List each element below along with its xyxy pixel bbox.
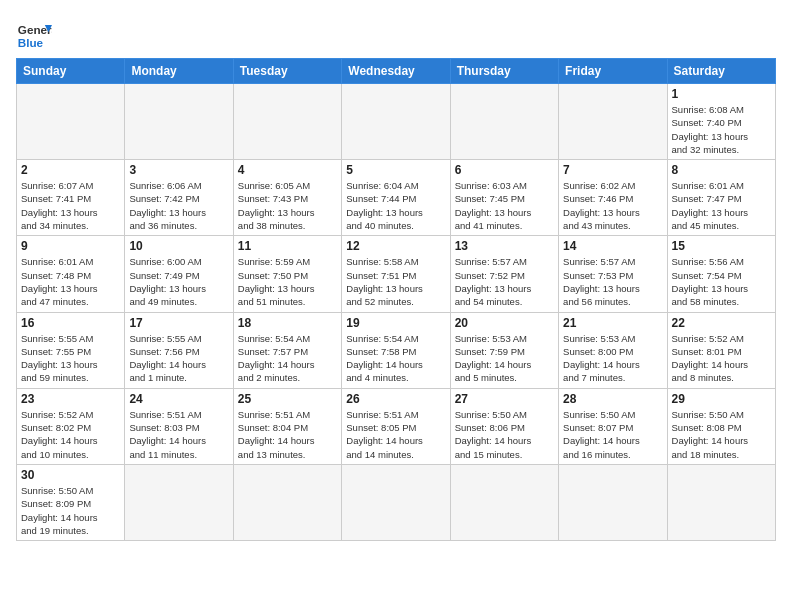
calendar-cell: 27Sunrise: 5:50 AM Sunset: 8:06 PM Dayli… xyxy=(450,388,558,464)
day-info: Sunrise: 5:50 AM Sunset: 8:06 PM Dayligh… xyxy=(455,408,554,461)
calendar-cell: 30Sunrise: 5:50 AM Sunset: 8:09 PM Dayli… xyxy=(17,464,125,540)
calendar-cell: 9Sunrise: 6:01 AM Sunset: 7:48 PM Daylig… xyxy=(17,236,125,312)
calendar-cell: 1Sunrise: 6:08 AM Sunset: 7:40 PM Daylig… xyxy=(667,84,775,160)
day-number: 20 xyxy=(455,316,554,330)
calendar-cell xyxy=(450,84,558,160)
day-info: Sunrise: 5:51 AM Sunset: 8:04 PM Dayligh… xyxy=(238,408,337,461)
day-info: Sunrise: 5:51 AM Sunset: 8:03 PM Dayligh… xyxy=(129,408,228,461)
calendar-cell: 20Sunrise: 5:53 AM Sunset: 7:59 PM Dayli… xyxy=(450,312,558,388)
day-number: 30 xyxy=(21,468,120,482)
day-number: 24 xyxy=(129,392,228,406)
week-row-6: 30Sunrise: 5:50 AM Sunset: 8:09 PM Dayli… xyxy=(17,464,776,540)
day-info: Sunrise: 5:50 AM Sunset: 8:09 PM Dayligh… xyxy=(21,484,120,537)
calendar-cell: 4Sunrise: 6:05 AM Sunset: 7:43 PM Daylig… xyxy=(233,160,341,236)
calendar-cell: 18Sunrise: 5:54 AM Sunset: 7:57 PM Dayli… xyxy=(233,312,341,388)
calendar-cell: 17Sunrise: 5:55 AM Sunset: 7:56 PM Dayli… xyxy=(125,312,233,388)
calendar-cell xyxy=(667,464,775,540)
calendar-cell xyxy=(125,84,233,160)
day-info: Sunrise: 5:58 AM Sunset: 7:51 PM Dayligh… xyxy=(346,255,445,308)
day-number: 3 xyxy=(129,163,228,177)
day-number: 27 xyxy=(455,392,554,406)
day-number: 7 xyxy=(563,163,662,177)
calendar-cell xyxy=(450,464,558,540)
week-row-1: 1Sunrise: 6:08 AM Sunset: 7:40 PM Daylig… xyxy=(17,84,776,160)
week-row-2: 2Sunrise: 6:07 AM Sunset: 7:41 PM Daylig… xyxy=(17,160,776,236)
day-number: 19 xyxy=(346,316,445,330)
calendar-cell: 13Sunrise: 5:57 AM Sunset: 7:52 PM Dayli… xyxy=(450,236,558,312)
weekday-header-thursday: Thursday xyxy=(450,59,558,84)
day-info: Sunrise: 6:05 AM Sunset: 7:43 PM Dayligh… xyxy=(238,179,337,232)
calendar-cell xyxy=(233,464,341,540)
day-info: Sunrise: 6:06 AM Sunset: 7:42 PM Dayligh… xyxy=(129,179,228,232)
calendar: SundayMondayTuesdayWednesdayThursdayFrid… xyxy=(16,58,776,541)
day-info: Sunrise: 5:59 AM Sunset: 7:50 PM Dayligh… xyxy=(238,255,337,308)
day-number: 23 xyxy=(21,392,120,406)
day-info: Sunrise: 6:01 AM Sunset: 7:48 PM Dayligh… xyxy=(21,255,120,308)
day-info: Sunrise: 6:08 AM Sunset: 7:40 PM Dayligh… xyxy=(672,103,771,156)
day-info: Sunrise: 5:50 AM Sunset: 8:07 PM Dayligh… xyxy=(563,408,662,461)
day-info: Sunrise: 5:57 AM Sunset: 7:53 PM Dayligh… xyxy=(563,255,662,308)
calendar-cell: 10Sunrise: 6:00 AM Sunset: 7:49 PM Dayli… xyxy=(125,236,233,312)
calendar-cell: 6Sunrise: 6:03 AM Sunset: 7:45 PM Daylig… xyxy=(450,160,558,236)
day-info: Sunrise: 6:07 AM Sunset: 7:41 PM Dayligh… xyxy=(21,179,120,232)
calendar-cell: 7Sunrise: 6:02 AM Sunset: 7:46 PM Daylig… xyxy=(559,160,667,236)
calendar-cell: 23Sunrise: 5:52 AM Sunset: 8:02 PM Dayli… xyxy=(17,388,125,464)
calendar-cell: 21Sunrise: 5:53 AM Sunset: 8:00 PM Dayli… xyxy=(559,312,667,388)
calendar-cell: 2Sunrise: 6:07 AM Sunset: 7:41 PM Daylig… xyxy=(17,160,125,236)
header: General Blue xyxy=(16,16,776,52)
calendar-cell: 14Sunrise: 5:57 AM Sunset: 7:53 PM Dayli… xyxy=(559,236,667,312)
weekday-header-row: SundayMondayTuesdayWednesdayThursdayFrid… xyxy=(17,59,776,84)
day-info: Sunrise: 5:50 AM Sunset: 8:08 PM Dayligh… xyxy=(672,408,771,461)
day-number: 22 xyxy=(672,316,771,330)
day-info: Sunrise: 5:57 AM Sunset: 7:52 PM Dayligh… xyxy=(455,255,554,308)
svg-text:General: General xyxy=(18,23,52,36)
day-number: 11 xyxy=(238,239,337,253)
calendar-cell xyxy=(342,464,450,540)
weekday-header-sunday: Sunday xyxy=(17,59,125,84)
day-number: 14 xyxy=(563,239,662,253)
day-info: Sunrise: 5:53 AM Sunset: 8:00 PM Dayligh… xyxy=(563,332,662,385)
day-number: 5 xyxy=(346,163,445,177)
calendar-cell: 15Sunrise: 5:56 AM Sunset: 7:54 PM Dayli… xyxy=(667,236,775,312)
day-info: Sunrise: 5:52 AM Sunset: 8:01 PM Dayligh… xyxy=(672,332,771,385)
day-info: Sunrise: 6:02 AM Sunset: 7:46 PM Dayligh… xyxy=(563,179,662,232)
day-info: Sunrise: 5:56 AM Sunset: 7:54 PM Dayligh… xyxy=(672,255,771,308)
weekday-header-wednesday: Wednesday xyxy=(342,59,450,84)
day-number: 29 xyxy=(672,392,771,406)
calendar-cell: 28Sunrise: 5:50 AM Sunset: 8:07 PM Dayli… xyxy=(559,388,667,464)
day-number: 25 xyxy=(238,392,337,406)
day-number: 4 xyxy=(238,163,337,177)
day-info: Sunrise: 6:01 AM Sunset: 7:47 PM Dayligh… xyxy=(672,179,771,232)
calendar-cell: 25Sunrise: 5:51 AM Sunset: 8:04 PM Dayli… xyxy=(233,388,341,464)
calendar-cell: 19Sunrise: 5:54 AM Sunset: 7:58 PM Dayli… xyxy=(342,312,450,388)
weekday-header-friday: Friday xyxy=(559,59,667,84)
calendar-cell: 11Sunrise: 5:59 AM Sunset: 7:50 PM Dayli… xyxy=(233,236,341,312)
day-info: Sunrise: 5:52 AM Sunset: 8:02 PM Dayligh… xyxy=(21,408,120,461)
day-info: Sunrise: 5:54 AM Sunset: 7:57 PM Dayligh… xyxy=(238,332,337,385)
day-number: 12 xyxy=(346,239,445,253)
day-number: 16 xyxy=(21,316,120,330)
week-row-5: 23Sunrise: 5:52 AM Sunset: 8:02 PM Dayli… xyxy=(17,388,776,464)
calendar-cell: 29Sunrise: 5:50 AM Sunset: 8:08 PM Dayli… xyxy=(667,388,775,464)
day-number: 21 xyxy=(563,316,662,330)
calendar-cell xyxy=(342,84,450,160)
day-info: Sunrise: 6:03 AM Sunset: 7:45 PM Dayligh… xyxy=(455,179,554,232)
day-number: 13 xyxy=(455,239,554,253)
day-number: 17 xyxy=(129,316,228,330)
day-number: 28 xyxy=(563,392,662,406)
calendar-cell xyxy=(233,84,341,160)
calendar-cell xyxy=(559,84,667,160)
day-info: Sunrise: 6:00 AM Sunset: 7:49 PM Dayligh… xyxy=(129,255,228,308)
calendar-cell: 16Sunrise: 5:55 AM Sunset: 7:55 PM Dayli… xyxy=(17,312,125,388)
calendar-cell: 12Sunrise: 5:58 AM Sunset: 7:51 PM Dayli… xyxy=(342,236,450,312)
day-info: Sunrise: 5:51 AM Sunset: 8:05 PM Dayligh… xyxy=(346,408,445,461)
day-info: Sunrise: 6:04 AM Sunset: 7:44 PM Dayligh… xyxy=(346,179,445,232)
calendar-cell: 26Sunrise: 5:51 AM Sunset: 8:05 PM Dayli… xyxy=(342,388,450,464)
day-number: 26 xyxy=(346,392,445,406)
day-info: Sunrise: 5:54 AM Sunset: 7:58 PM Dayligh… xyxy=(346,332,445,385)
week-row-4: 16Sunrise: 5:55 AM Sunset: 7:55 PM Dayli… xyxy=(17,312,776,388)
week-row-3: 9Sunrise: 6:01 AM Sunset: 7:48 PM Daylig… xyxy=(17,236,776,312)
day-number: 2 xyxy=(21,163,120,177)
weekday-header-monday: Monday xyxy=(125,59,233,84)
day-number: 9 xyxy=(21,239,120,253)
